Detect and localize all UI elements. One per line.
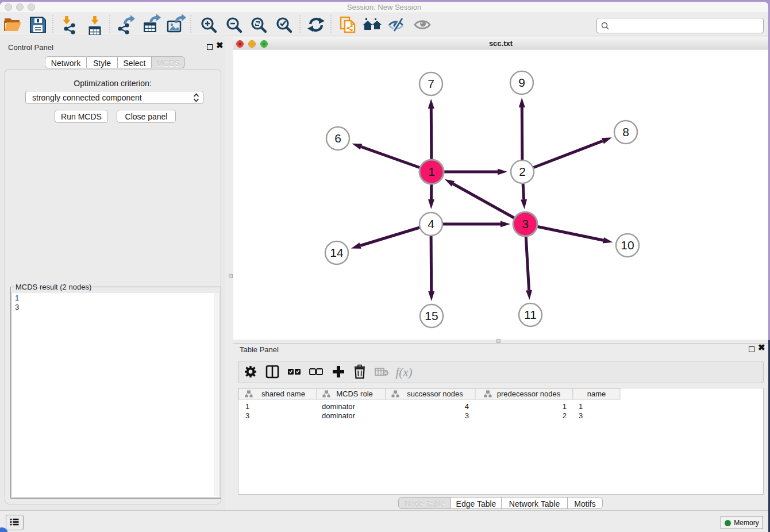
svg-text:7: 7: [428, 77, 434, 90]
svg-text:1: 1: [428, 165, 435, 178]
svg-text:dominator: dominator: [322, 402, 355, 411]
svg-text:3: 3: [522, 217, 529, 230]
svg-text:15: 15: [425, 309, 438, 322]
svg-text:6: 6: [334, 132, 341, 145]
svg-text:shared name: shared name: [261, 390, 305, 398]
svg-text:predecessor nodes: predecessor nodes: [497, 390, 561, 398]
svg-text:2: 2: [519, 165, 526, 178]
svg-text:4: 4: [428, 217, 434, 230]
svg-text:MCDS role: MCDS role: [336, 390, 373, 398]
svg-text:4: 4: [465, 402, 469, 411]
svg-text:10: 10: [621, 238, 634, 252]
svg-text:3: 3: [245, 411, 249, 420]
svg-text:8: 8: [622, 125, 629, 138]
svg-text:f(x): f(x): [395, 365, 412, 379]
svg-text:14: 14: [330, 246, 344, 259]
svg-text:1: 1: [245, 402, 249, 411]
svg-text:3: 3: [465, 411, 469, 420]
svg-text:dominator: dominator: [322, 411, 355, 420]
svg-text:successor nodes: successor nodes: [407, 390, 463, 398]
svg-text:1: 1: [563, 402, 567, 411]
svg-text:1: 1: [579, 402, 583, 411]
svg-text:name: name: [587, 390, 606, 398]
svg-text:11: 11: [524, 308, 537, 321]
svg-text:2: 2: [563, 411, 567, 420]
svg-text:3: 3: [579, 411, 583, 420]
svg-text:9: 9: [518, 76, 525, 89]
